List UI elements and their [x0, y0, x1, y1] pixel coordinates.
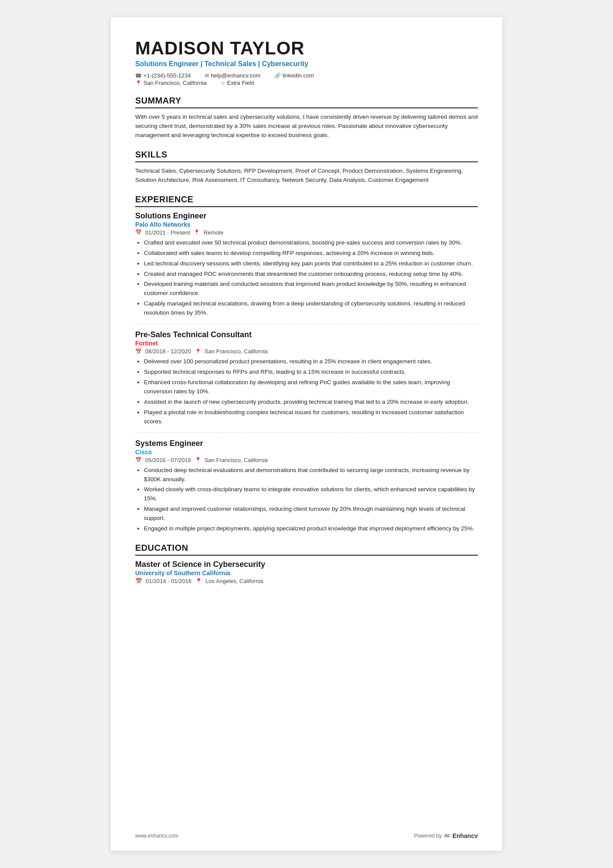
list-item: Conducted deep technical evaluations and… — [144, 466, 478, 484]
summary-section: SUMMARY With over 5 years in technical s… — [135, 96, 478, 140]
footer-brand: Enhancv — [453, 832, 478, 839]
contact-location: 📍 San Francisco, California — [135, 80, 207, 86]
list-item: Enhanced cross-functional collaboration … — [144, 378, 478, 396]
edu-date: 01/2014 - 01/2016 — [146, 578, 192, 584]
candidate-title: Solutions Engineer | Technical Sales | C… — [135, 60, 478, 68]
job-2-location: San Francisco, California — [205, 348, 268, 355]
job-2-date: 08/2018 - 12/2020 — [145, 348, 191, 355]
list-item: Developed training materials and conduct… — [144, 280, 478, 298]
job-1-title: Solutions Engineer — [135, 211, 478, 221]
contact-extra: ☆ Extra Field — [220, 80, 254, 86]
edu-degree: Master of Science in Cybersecurity — [135, 560, 478, 569]
job-1-bullets: Crafted and executed over 50 technical p… — [135, 238, 478, 318]
divider-2 — [135, 432, 478, 433]
list-item: Assisted in the launch of new cybersecur… — [144, 398, 478, 407]
location-text: San Francisco, California — [143, 80, 207, 86]
job-1-meta: 📅 01/2021 - Present 📍 Remote — [135, 229, 478, 236]
job-2-bullets: Delivered over 100 personalized product … — [135, 357, 478, 426]
list-item: Capably managed technical escalations, d… — [144, 299, 478, 318]
job-2-company: Fortinet — [135, 340, 478, 347]
divider-1 — [135, 324, 478, 324]
job-3-bullets: Conducted deep technical evaluations and… — [135, 466, 478, 533]
edu-institution: University of Southern California — [135, 570, 478, 576]
footer-url: www.enhancv.com — [135, 833, 178, 839]
star-icon: ☆ — [220, 80, 225, 86]
list-item: Worked closely with cross-disciplinary t… — [144, 485, 478, 503]
list-item: Crafted and executed over 50 technical p… — [144, 238, 478, 248]
resume-page: MADISON TAYLOR Solutions Engineer | Tech… — [111, 17, 502, 851]
linkedin-text: linkedin.com — [283, 72, 314, 79]
education-section: EDUCATION Master of Science in Cybersecu… — [135, 543, 478, 584]
contact-row-1: ☎ +1-(234)-555-1234 ✉ help@enhancv.com 🔗… — [135, 72, 478, 79]
experience-title: EXPERIENCE — [135, 194, 478, 207]
list-item: Collaborated with sales teams to develop… — [144, 249, 478, 258]
calendar-icon-edu: 📅 — [135, 578, 142, 584]
skills-text: Technical Sales, Cybersecurity Solutions… — [135, 167, 478, 185]
footer-logo-area: Powered by ∞ Enhancv — [414, 831, 478, 840]
contact-email: ✉ help@enhancv.com — [205, 72, 260, 79]
job-1: Solutions Engineer Palo Alto Networks 📅 … — [135, 211, 478, 318]
list-item: Led technical discovery sessions with cl… — [144, 259, 478, 268]
job-3: Systems Engineer Cisco 📅 05/2016 - 07/20… — [135, 439, 478, 533]
education-title: EDUCATION — [135, 543, 478, 556]
list-item: Supported technical responses to RFPs an… — [144, 368, 478, 377]
job-3-meta: 📅 05/2016 - 07/2018 📍 San Francisco, Cal… — [135, 457, 478, 463]
location-icon-2: 📍 — [195, 349, 201, 355]
summary-title: SUMMARY — [135, 96, 478, 108]
calendar-icon-1: 📅 — [135, 229, 142, 235]
job-2: Pre-Sales Technical Consultant Fortinet … — [135, 330, 478, 426]
edu-location: Los Angeles, California — [206, 578, 263, 584]
location-icon: 📍 — [135, 80, 142, 86]
phone-icon: ☎ — [135, 73, 142, 79]
job-2-meta: 📅 08/2018 - 12/2020 📍 San Francisco, Cal… — [135, 348, 478, 355]
footer: www.enhancv.com Powered by ∞ Enhancv — [135, 831, 478, 840]
list-item: Created and managed POC environments tha… — [144, 270, 478, 279]
job-3-title: Systems Engineer — [135, 439, 478, 448]
calendar-icon-3: 📅 — [135, 457, 142, 463]
experience-section: EXPERIENCE Solutions Engineer Palo Alto … — [135, 194, 478, 533]
contact-linkedin: 🔗 linkedin.com — [274, 72, 314, 79]
edu-meta: 📅 01/2014 - 01/2016 📍 Los Angeles, Calif… — [135, 578, 478, 584]
job-3-date: 05/2016 - 07/2018 — [145, 457, 191, 463]
list-item: Managed and improved customer relationsh… — [144, 505, 478, 523]
phone-text: +1-(234)-555-1234 — [143, 72, 191, 79]
skills-section: SKILLS Technical Sales, Cybersecurity So… — [135, 150, 478, 185]
job-3-company: Cisco — [135, 449, 478, 456]
enhancv-logo-icon: ∞ — [444, 831, 450, 840]
calendar-icon-2: 📅 — [135, 349, 142, 355]
email-icon: ✉ — [205, 73, 209, 79]
powered-by-text: Powered by — [414, 833, 441, 839]
summary-text: With over 5 years in technical sales and… — [135, 113, 478, 140]
contact-phone: ☎ +1-(234)-555-1234 — [135, 72, 191, 79]
extra-text: Extra Field — [227, 80, 254, 86]
job-1-date: 01/2021 - Present — [145, 229, 190, 236]
candidate-name: MADISON TAYLOR — [135, 38, 478, 58]
job-1-company: Palo Alto Networks — [135, 221, 478, 228]
location-icon-3: 📍 — [195, 457, 201, 463]
list-item: Played a pivotal role in troubleshooting… — [144, 408, 478, 426]
location-icon-edu: 📍 — [195, 578, 202, 584]
job-1-location: Remote — [203, 229, 223, 236]
list-item: Delivered over 100 personalized product … — [144, 357, 478, 366]
location-icon-1: 📍 — [193, 229, 200, 235]
email-text: help@enhancv.com — [211, 72, 260, 79]
list-item: Engaged in multiple project deployments,… — [144, 524, 478, 533]
contact-row-2: 📍 San Francisco, California ☆ Extra Fiel… — [135, 80, 478, 86]
linkedin-icon: 🔗 — [274, 73, 281, 79]
skills-title: SKILLS — [135, 150, 478, 162]
header: MADISON TAYLOR Solutions Engineer | Tech… — [135, 38, 478, 86]
job-2-title: Pre-Sales Technical Consultant — [135, 330, 478, 339]
job-3-location: San Francisco, California — [205, 457, 268, 463]
